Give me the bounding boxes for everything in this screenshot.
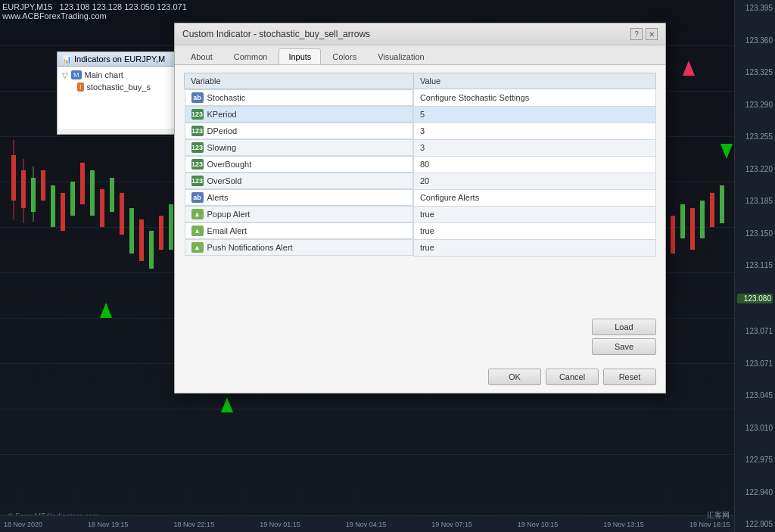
type-icon: ab	[191, 92, 204, 103]
variable-label: Alerts	[207, 193, 229, 202]
tab-colors[interactable]: Colors	[322, 48, 366, 64]
svg-rect-17	[120, 193, 124, 235]
variable-cell: abAlerts	[185, 189, 413, 206]
svg-rect-18	[129, 208, 134, 254]
type-icon: 123	[191, 109, 204, 120]
price-axis: 123.395 123.360 123.325 123.290 123.255 …	[734, 0, 775, 532]
table-row[interactable]: ▲Email Alerttrue	[185, 222, 656, 239]
value-cell[interactable]: 3	[413, 123, 655, 139]
dialog-tabs: About Common Inputs Colors Visualization	[175, 45, 665, 65]
svg-rect-47	[690, 208, 695, 250]
value-cell[interactable]: 3	[413, 139, 655, 156]
save-button[interactable]: Save	[592, 338, 656, 355]
help-button[interactable]: ?	[630, 28, 643, 40]
price-0: 123.395	[737, 4, 773, 12]
load-button[interactable]: Load	[592, 319, 656, 335]
custom-indicator-dialog: Custom Indicator - stochastic_buy_sell_a…	[174, 23, 666, 394]
dialog-titlebar: Custom Indicator - stochastic_buy_sell_a…	[175, 23, 665, 45]
price-11: 123.045	[737, 391, 773, 400]
variable-cell: 123KPeriod	[185, 106, 413, 123]
table-row[interactable]: abStochasticConfigure Stochastic Setting…	[185, 89, 656, 107]
tab-inputs[interactable]: Inputs	[279, 48, 321, 64]
svg-rect-15	[100, 189, 104, 227]
indicator-icon: I	[77, 82, 84, 92]
svg-rect-0	[11, 155, 16, 201]
table-row[interactable]: 123DPeriod3	[185, 123, 656, 139]
tree-indicator-item[interactable]: I stochastic_buy_s	[62, 82, 180, 92]
svg-rect-45	[671, 216, 675, 254]
table-row[interactable]: ▲Popup Alerttrue	[185, 206, 656, 222]
cancel-button[interactable]: Cancel	[546, 369, 599, 385]
variable-label: Popup Alert	[207, 210, 251, 219]
time-label-1: 18 Nov 19:15	[88, 521, 129, 528]
time-label-6: 19 Nov 10:15	[518, 521, 559, 528]
time-label-5: 19 Nov 07:15	[431, 521, 472, 528]
variable-label: OverBought	[207, 160, 252, 169]
type-icon: 123	[191, 176, 204, 186]
price-4: 123.255	[737, 132, 773, 141]
svg-rect-16	[110, 178, 114, 212]
price-8: 123.115	[737, 261, 773, 269]
type-icon: 123	[191, 159, 204, 170]
type-icon: ▲	[191, 242, 204, 253]
col-value: Value	[413, 73, 655, 89]
value-cell[interactable]: 20	[413, 173, 655, 189]
svg-rect-49	[710, 193, 714, 227]
reset-button[interactable]: Reset	[603, 369, 656, 385]
chart-icon: M	[71, 70, 82, 79]
svg-rect-48	[700, 201, 705, 238]
dialog-content: Variable Value abStochasticConfigure Sto…	[175, 65, 665, 264]
value-cell[interactable]: true	[413, 206, 655, 222]
tree-expand-icon: ▽	[62, 71, 68, 79]
variable-cell: ▲Email Alert	[185, 222, 413, 239]
table-row[interactable]: 123Slowing3	[185, 139, 656, 156]
value-cell[interactable]: Configure Alerts	[413, 189, 655, 206]
value-cell[interactable]: 80	[413, 156, 655, 173]
indicators-title: 📊 Indicators on EURJPY,M	[58, 52, 185, 67]
time-label-2: 18 Nov 22:15	[174, 521, 215, 528]
table-row[interactable]: 123OverBought80	[185, 156, 656, 173]
svg-rect-10	[51, 185, 55, 227]
variable-label: Email Alert	[207, 226, 247, 235]
variable-cell: abStochastic	[185, 89, 413, 106]
variable-label: OverSold	[207, 176, 242, 185]
time-label-4: 19 Nov 04:15	[346, 521, 387, 528]
tab-visualization[interactable]: Visualization	[368, 48, 434, 64]
value-cell[interactable]: 5	[413, 106, 655, 123]
variable-cell: 123OverBought	[185, 156, 413, 173]
tab-common[interactable]: Common	[224, 48, 278, 64]
tree-main-chart: ▽ M Main chart	[62, 70, 180, 80]
price-1: 123.360	[737, 36, 773, 45]
type-icon: 123	[191, 126, 204, 136]
type-icon: 123	[191, 142, 204, 153]
dialog-actions: OK Cancel Reset	[488, 369, 656, 385]
close-button[interactable]: ✕	[646, 28, 658, 40]
ok-button[interactable]: OK	[488, 369, 541, 385]
svg-marker-74	[100, 303, 112, 318]
price-current: 123.080	[737, 294, 773, 303]
indicators-icon: 📊	[62, 55, 71, 64]
variable-label: KPeriod	[207, 110, 237, 119]
table-row[interactable]: ▲Push Notifications Alerttrue	[185, 239, 656, 256]
load-save-area: Load Save	[592, 319, 656, 355]
table-row[interactable]: 123KPeriod5	[185, 106, 656, 123]
variable-cell: 123DPeriod	[185, 123, 413, 139]
time-label-3: 19 Nov 01:15	[260, 521, 300, 528]
variable-label: Stochastic	[207, 93, 246, 102]
price-3: 123.290	[737, 101, 773, 109]
value-cell[interactable]: true	[413, 239, 655, 256]
value-cell[interactable]: Configure Stochastic Settings	[413, 89, 655, 107]
price-12: 123.010	[737, 424, 773, 432]
price-current-val: 123.071	[737, 327, 773, 335]
type-icon: ▲	[191, 226, 204, 236]
tab-about[interactable]: About	[181, 48, 223, 64]
ohlc-label: 123.108 123.128 123.050 123.071	[60, 2, 187, 11]
table-row[interactable]: abAlertsConfigure Alerts	[185, 189, 656, 206]
dialog-controls: ? ✕	[630, 28, 658, 40]
type-icon: ▲	[191, 209, 204, 219]
time-axis: 18 Nov 2020 18 Nov 19:15 18 Nov 22:15 19…	[0, 515, 734, 532]
variable-cell: ▲Push Notifications Alert	[185, 239, 413, 256]
price-5: 123.220	[737, 165, 773, 173]
value-cell[interactable]: true	[413, 222, 655, 239]
table-row[interactable]: 123OverSold20	[185, 173, 656, 189]
